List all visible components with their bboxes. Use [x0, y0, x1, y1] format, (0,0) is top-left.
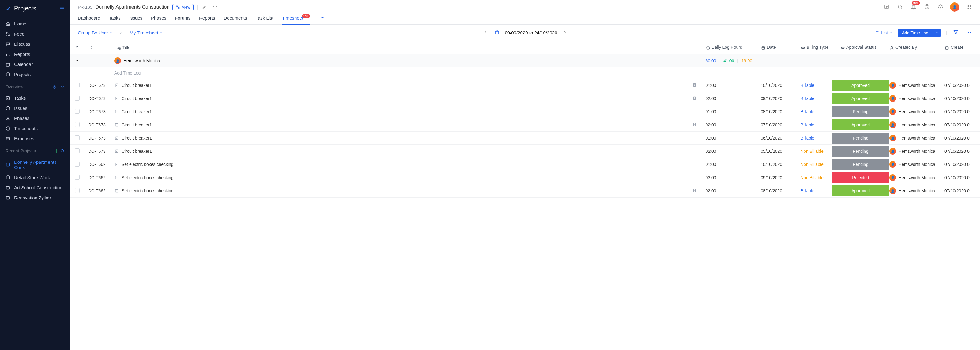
table-row[interactable]: DC-T673Circuit breaker101:0008/10/2020Bi…	[70, 105, 980, 118]
more-icon[interactable]	[211, 3, 219, 11]
sidebar-item-calendar[interactable]: Calendar	[0, 59, 70, 69]
svg-rect-1	[6, 63, 10, 66]
sidebar-item-renovation-zylker[interactable]: Renovation Zylker	[0, 193, 70, 203]
view-button[interactable]: View	[172, 4, 194, 10]
col-status[interactable]: Approval Status	[836, 41, 885, 54]
table-row[interactable]: DC-T673Circuit breaker102:0007/10/2020Bi…	[70, 118, 980, 132]
sidebar-item-feed[interactable]: Feed	[0, 29, 70, 39]
issues-icon	[5, 106, 10, 111]
tab-task-list[interactable]: Task List	[255, 12, 273, 24]
cell-title: Set electric boxes checking	[122, 162, 173, 167]
profile-avatar[interactable]: 👤	[950, 2, 959, 12]
sidebar-item-discuss[interactable]: Discuss	[0, 39, 70, 49]
sidebar-item-reports[interactable]: Reports	[0, 49, 70, 59]
row-checkbox[interactable]	[75, 83, 80, 88]
timer-icon[interactable]	[923, 3, 931, 12]
row-checkbox[interactable]	[75, 122, 80, 127]
row-checkbox[interactable]	[75, 175, 80, 180]
scope-dropdown[interactable]: My Timesheet	[130, 30, 162, 35]
creator-avatar: 👤	[889, 187, 896, 194]
sidebar-item-home[interactable]: Home	[0, 19, 70, 29]
sidebar-item-projects[interactable]: Projects	[0, 69, 70, 80]
svg-point-22	[970, 5, 971, 5]
creator-avatar: 👤	[889, 108, 896, 115]
table-row[interactable]: DC-T662Set electric boxes checking01:001…	[70, 158, 980, 171]
tab-issues[interactable]: Issues	[129, 12, 142, 24]
col-created-time[interactable]: Create	[940, 41, 980, 54]
tab-reports[interactable]: Reports	[199, 12, 215, 24]
view-button-label: View	[181, 5, 190, 10]
table-row[interactable]: DC-T673Circuit breaker102:0009/10/2020Bi…	[70, 92, 980, 105]
svg-point-33	[967, 32, 967, 33]
tabs-more-icon[interactable]	[319, 14, 326, 22]
sidebar-item-tasks[interactable]: Tasks	[0, 93, 70, 103]
tab-documents[interactable]: Documents	[224, 12, 247, 24]
tab-phases[interactable]: Phases	[151, 12, 166, 24]
chevron-down-icon[interactable]	[75, 58, 80, 63]
creator-avatar: 👤	[889, 174, 896, 181]
search-icon[interactable]	[60, 149, 65, 153]
row-checkbox[interactable]	[75, 96, 80, 101]
table-row[interactable]: DC-T662Set electric boxes checking02:000…	[70, 184, 980, 198]
note-icon[interactable]	[692, 83, 697, 88]
table-row[interactable]: DC-T673Circuit breaker102:0005/10/2020No…	[70, 145, 980, 158]
col-created-by[interactable]: Created By	[885, 41, 940, 54]
add-time-log-button[interactable]: Add Time Log	[897, 29, 932, 37]
filter-icon[interactable]	[48, 149, 52, 153]
col-log-title[interactable]: Log Title	[110, 41, 688, 54]
sidebar-item-phases[interactable]: Phases	[0, 113, 70, 123]
note-icon[interactable]	[692, 122, 697, 127]
filter-icon[interactable]	[952, 28, 960, 37]
apps-icon[interactable]	[965, 3, 973, 12]
table-row[interactable]: DC-T673Circuit breaker101:0010/10/2020Bi…	[70, 79, 980, 92]
svg-rect-12	[6, 196, 10, 199]
list-view-dropdown[interactable]: List	[874, 30, 893, 35]
tab-tasks[interactable]: Tasks	[109, 12, 120, 24]
search-icon[interactable]	[896, 3, 904, 12]
sidebar-item-donnelly-apartments-cons[interactable]: Donnelly Apartments Cons	[0, 157, 70, 173]
sidebar-item-issues[interactable]: Issues	[0, 103, 70, 113]
table-row[interactable]: DC-T662Set electric boxes checking03:000…	[70, 171, 980, 184]
sidebar-toggle-icon[interactable]	[59, 6, 65, 11]
row-checkbox[interactable]	[75, 161, 80, 166]
user-icon	[889, 45, 894, 50]
edit-icon[interactable]	[201, 3, 208, 11]
add-time-log-row[interactable]: Add Time Log	[70, 67, 980, 79]
col-billing[interactable]: Billing Type	[796, 41, 836, 54]
note-icon[interactable]	[692, 188, 697, 193]
add-icon[interactable]	[883, 3, 891, 12]
chevron-down-icon[interactable]	[60, 84, 65, 89]
group-user: Hemsworth Monica	[123, 58, 160, 63]
notifications-icon[interactable]: 99+	[910, 3, 918, 12]
table-row[interactable]: DC-T673Circuit breaker101:0006/10/2020Bi…	[70, 132, 980, 145]
group-by-dropdown[interactable]: Group By User	[78, 30, 112, 35]
row-checkbox[interactable]	[75, 149, 80, 153]
tab-timesheet[interactable]: Timesheet99+	[282, 12, 310, 24]
creator-avatar: 👤	[889, 95, 896, 102]
col-hours[interactable]: Daily Log Hours	[701, 41, 756, 54]
row-checkbox[interactable]	[75, 109, 80, 114]
more-actions-icon[interactable]	[965, 28, 973, 37]
cell-title: Set electric boxes checking	[122, 175, 173, 180]
settings-icon[interactable]	[937, 3, 945, 12]
row-checkbox[interactable]	[75, 188, 80, 193]
tab-dashboard[interactable]: Dashboard	[78, 12, 100, 24]
sidebar-item-art-school-construction[interactable]: Art School Construction	[0, 182, 70, 193]
date-prev-icon[interactable]	[482, 29, 489, 37]
date-next-icon[interactable]	[562, 29, 568, 37]
cell-created-time: 07/10/2020 0	[940, 132, 980, 145]
col-date[interactable]: Date	[756, 41, 796, 54]
gear-icon[interactable]	[52, 84, 57, 89]
sidebar-item-expenses[interactable]: Expenses	[0, 133, 70, 144]
status-badge: Pending	[832, 106, 889, 117]
calendar-icon[interactable]	[493, 29, 501, 37]
add-time-log-dropdown[interactable]	[932, 29, 941, 37]
col-id[interactable]: ID	[84, 41, 110, 54]
sidebar-item-timesheets[interactable]: Timesheets	[0, 123, 70, 133]
collapse-all-icon[interactable]	[75, 45, 80, 50]
tab-forums[interactable]: Forums	[175, 12, 191, 24]
note-icon[interactable]	[692, 96, 697, 101]
sidebar-item-retail-store-work[interactable]: Retail Store Work	[0, 173, 70, 182]
cell-billing: Billable	[796, 184, 836, 198]
row-checkbox[interactable]	[75, 135, 80, 140]
